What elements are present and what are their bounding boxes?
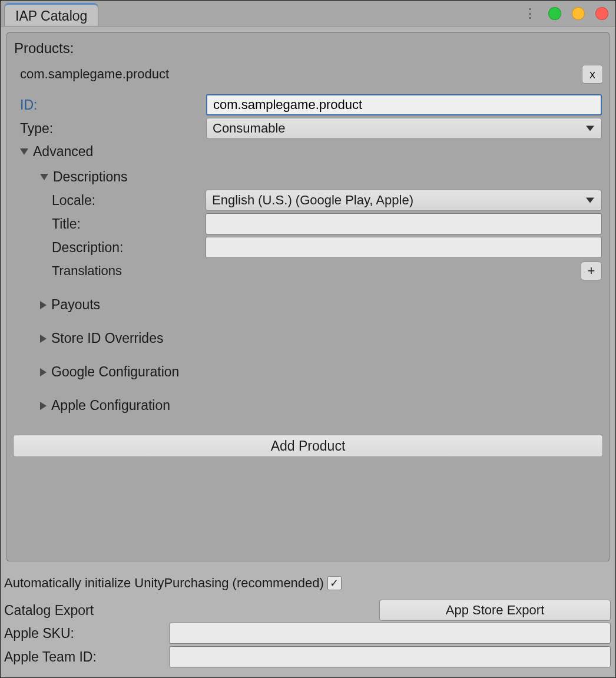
add-product-button[interactable]: Add Product — [13, 435, 603, 457]
advanced-label: Advanced — [33, 144, 93, 160]
chevron-down-icon — [40, 174, 48, 180]
remove-product-button[interactable]: x — [582, 65, 603, 84]
type-row: Type: Consumable — [12, 117, 604, 140]
title-row: Title: — [12, 212, 604, 236]
products-heading: Products: — [12, 40, 604, 57]
close-icon: x — [589, 68, 595, 81]
chevron-right-icon — [40, 335, 47, 343]
close-window-icon[interactable] — [595, 7, 608, 20]
translations-row: Translations + — [12, 259, 604, 283]
locale-label: Locale: — [52, 193, 206, 209]
maximize-icon[interactable] — [572, 7, 585, 20]
payouts-label: Payouts — [51, 297, 100, 313]
id-row: ID: — [12, 93, 604, 117]
chevron-right-icon — [40, 402, 47, 410]
locale-row: Locale: English (U.S.) (Google Play, App… — [12, 188, 604, 212]
descriptions-label: Descriptions — [53, 169, 128, 185]
app-store-export-label: App Store Export — [446, 603, 545, 618]
titlebar: IAP Catalog ⋮ — [1, 1, 615, 27]
google-config-label: Google Configuration — [51, 364, 179, 380]
auto-init-checkbox[interactable]: ✓ — [327, 576, 342, 590]
checkmark-icon: ✓ — [330, 578, 339, 588]
product-id-heading: com.samplegame.product — [20, 67, 169, 82]
id-input[interactable] — [206, 94, 602, 115]
apple-team-id-input[interactable] — [169, 646, 611, 667]
translations-label: Translations — [52, 263, 122, 279]
apple-config-label: Apple Configuration — [51, 398, 170, 414]
description-input[interactable] — [206, 237, 602, 258]
apple-sku-row: Apple SKU: — [4, 621, 612, 645]
description-row: Description: — [12, 236, 604, 259]
title-input[interactable] — [206, 213, 602, 234]
apple-sku-label: Apple SKU: — [4, 626, 169, 641]
app-store-export-button[interactable]: App Store Export — [379, 600, 611, 621]
apple-sku-input[interactable] — [169, 623, 611, 644]
auto-init-label: Automatically initialize UnityPurchasing… — [4, 576, 324, 591]
add-translation-button[interactable]: + — [581, 262, 602, 280]
locale-select[interactable]: English (U.S.) (Google Play, Apple) — [206, 190, 602, 211]
advanced-foldout[interactable]: Advanced — [12, 140, 604, 163]
tab-label: IAP Catalog — [15, 8, 87, 24]
apple-config-foldout[interactable]: Apple Configuration — [12, 393, 604, 418]
chevron-right-icon — [40, 301, 47, 309]
description-label: Description: — [52, 240, 206, 256]
add-product-label: Add Product — [271, 438, 346, 454]
store-id-overrides-foldout[interactable]: Store ID Overrides — [12, 326, 604, 351]
kebab-icon[interactable]: ⋮ — [524, 6, 535, 21]
google-config-foldout[interactable]: Google Configuration — [12, 359, 604, 385]
apple-team-id-row: Apple Team ID: — [4, 645, 612, 669]
title-label: Title: — [52, 216, 206, 232]
chevron-right-icon — [40, 368, 47, 376]
tab-iap-catalog[interactable]: IAP Catalog — [4, 3, 98, 26]
descriptions-foldout[interactable]: Descriptions — [12, 163, 604, 188]
product-header-row: com.samplegame.product x — [12, 65, 604, 84]
catalog-export-label: Catalog Export — [4, 603, 379, 619]
plus-icon: + — [588, 263, 595, 279]
locale-select-value: English (U.S.) (Google Play, Apple) — [212, 193, 413, 208]
store-id-overrides-label: Store ID Overrides — [51, 330, 163, 346]
type-select[interactable]: Consumable — [206, 118, 602, 139]
products-panel: Products: com.samplegame.product x ID: T… — [6, 32, 610, 561]
window-controls: ⋮ — [524, 6, 608, 21]
auto-init-row: Automatically initialize UnityPurchasing… — [4, 572, 612, 594]
type-select-value: Consumable — [213, 121, 286, 136]
payouts-foldout[interactable]: Payouts — [12, 292, 604, 317]
footer: Automatically initialize UnityPurchasing… — [1, 567, 615, 672]
id-label: ID: — [20, 97, 206, 113]
minimize-icon[interactable] — [548, 7, 561, 20]
type-label: Type: — [20, 121, 206, 137]
catalog-export-row: Catalog Export App Store Export — [4, 599, 612, 621]
chevron-down-icon — [20, 148, 28, 155]
apple-team-id-label: Apple Team ID: — [4, 649, 169, 665]
